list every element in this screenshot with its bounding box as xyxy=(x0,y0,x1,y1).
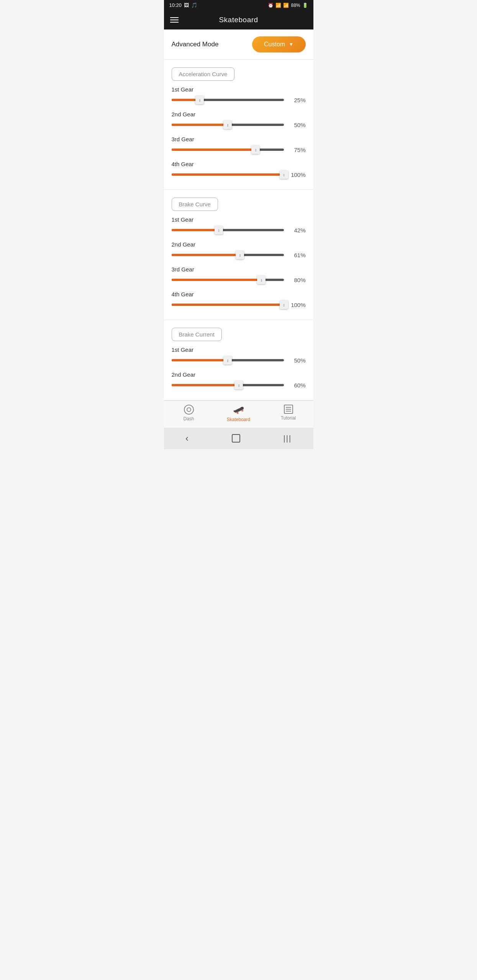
gear-row-acceleration-curve-1: 1st Gear25% xyxy=(172,86,306,104)
advanced-mode-label: Advanced Mode xyxy=(172,41,219,48)
slider-container-brake-curve-4 xyxy=(172,301,284,309)
nav-label-skateboard: Skateboard xyxy=(227,417,250,422)
signal-icon: 📶 xyxy=(283,3,289,8)
gear-label-brake-curve-2: 2nd Gear xyxy=(172,241,306,248)
section-brake-current: Brake Current1st Gear50%2nd Gear60% xyxy=(164,320,313,400)
slider-thumb-brake-curve-2[interactable] xyxy=(236,251,244,259)
back-button[interactable]: ‹ xyxy=(185,433,189,444)
slider-row-acceleration-curve-2: 50% xyxy=(172,121,306,129)
custom-dropdown-button[interactable]: Custom ▼ xyxy=(252,36,306,52)
wifi-icon: 📶 xyxy=(275,3,281,8)
slider-container-brake-curve-1 xyxy=(172,226,284,234)
bottom-nav: Dash🛹SkateboardTutorial xyxy=(164,400,313,428)
slider-value-acceleration-curve-2: 50% xyxy=(288,122,306,128)
slider-fill-brake-curve-4 xyxy=(172,304,284,306)
slider-fill-brake-curve-1 xyxy=(172,229,219,231)
slider-value-brake-curve-4: 100% xyxy=(288,302,306,308)
slider-fill-brake-curve-2 xyxy=(172,254,240,256)
slider-thumb-brake-curve-1[interactable] xyxy=(215,226,223,234)
slider-fill-brake-current-2 xyxy=(172,384,239,386)
skateboard-icon: 🛹 xyxy=(233,405,244,415)
slider-thumb-acceleration-curve-3[interactable] xyxy=(251,145,260,154)
gear-row-brake-curve-2: 2nd Gear61% xyxy=(172,241,306,259)
slider-thumb-brake-curve-4[interactable] xyxy=(280,301,288,309)
battery-icon: 🔋 xyxy=(302,3,308,8)
section-acceleration-curve: Acceleration Curve1st Gear25%2nd Gear50%… xyxy=(164,60,313,190)
gear-row-brake-curve-1: 1st Gear42% xyxy=(172,216,306,234)
gear-label-brake-curve-3: 3rd Gear xyxy=(172,266,306,273)
slider-thumb-acceleration-curve-2[interactable] xyxy=(223,121,232,129)
nav-item-skateboard[interactable]: 🛹Skateboard xyxy=(223,405,254,422)
alarm-icon: ⏰ xyxy=(268,3,274,8)
slider-row-acceleration-curve-1: 25% xyxy=(172,96,306,104)
slider-row-brake-curve-4: 100% xyxy=(172,301,306,309)
nav-label-tutorial: Tutorial xyxy=(281,415,296,421)
slider-container-acceleration-curve-1 xyxy=(172,96,284,104)
slider-value-acceleration-curve-4: 100% xyxy=(288,172,306,178)
system-nav: ‹ ||| xyxy=(164,428,313,449)
slider-value-brake-curve-1: 42% xyxy=(288,227,306,234)
status-time: 10:20 xyxy=(169,2,182,8)
slider-container-brake-curve-2 xyxy=(172,251,284,259)
slider-thumb-brake-curve-3[interactable] xyxy=(257,276,266,284)
top-nav: Skateboard xyxy=(164,10,313,29)
slider-value-brake-curve-3: 80% xyxy=(288,277,306,283)
gear-label-brake-curve-1: 1st Gear xyxy=(172,216,306,223)
dash-icon xyxy=(184,405,194,415)
gear-row-brake-current-1: 1st Gear50% xyxy=(172,346,306,364)
status-bar: 10:20 🖼 🎵 ⏰ 📶 📶 88% 🔋 xyxy=(164,0,313,10)
custom-dropdown-label: Custom xyxy=(264,41,285,48)
slider-thumb-acceleration-curve-1[interactable] xyxy=(195,96,204,104)
gear-label-brake-current-1: 1st Gear xyxy=(172,346,306,353)
slider-row-brake-curve-3: 80% xyxy=(172,276,306,284)
gear-row-acceleration-curve-3: 3rd Gear75% xyxy=(172,136,306,154)
slider-fill-acceleration-curve-4 xyxy=(172,173,284,176)
slider-fill-acceleration-curve-3 xyxy=(172,149,256,151)
slider-row-brake-current-2: 60% xyxy=(172,381,306,389)
slider-row-acceleration-curve-3: 75% xyxy=(172,145,306,154)
main-content: Acceleration Curve1st Gear25%2nd Gear50%… xyxy=(164,60,313,400)
gear-label-brake-current-2: 2nd Gear xyxy=(172,371,306,378)
gear-row-brake-curve-4: 4th Gear100% xyxy=(172,291,306,309)
status-right: ⏰ 📶 📶 88% 🔋 xyxy=(268,3,308,8)
slider-row-brake-curve-2: 61% xyxy=(172,251,306,259)
slider-thumb-acceleration-curve-4[interactable] xyxy=(280,170,288,179)
nav-item-dash[interactable]: Dash xyxy=(174,405,204,422)
slider-row-brake-current-1: 50% xyxy=(172,356,306,364)
section-label-acceleration-curve: Acceleration Curve xyxy=(172,67,235,81)
home-button[interactable] xyxy=(232,434,240,443)
slider-thumb-brake-current-2[interactable] xyxy=(234,381,243,389)
gear-row-acceleration-curve-2: 2nd Gear50% xyxy=(172,111,306,129)
section-label-brake-current: Brake Current xyxy=(172,328,222,341)
hamburger-menu[interactable] xyxy=(170,17,179,23)
slider-fill-acceleration-curve-2 xyxy=(172,124,228,126)
slider-container-brake-current-1 xyxy=(172,356,284,364)
gear-label-acceleration-curve-2: 2nd Gear xyxy=(172,111,306,118)
status-left: 10:20 🖼 🎵 xyxy=(169,2,198,8)
slider-row-acceleration-curve-4: 100% xyxy=(172,170,306,179)
battery-percent: 88% xyxy=(291,3,300,8)
slider-row-brake-curve-1: 42% xyxy=(172,226,306,234)
page-title: Skateboard xyxy=(186,16,291,24)
slider-fill-brake-curve-3 xyxy=(172,279,261,281)
slider-fill-brake-current-1 xyxy=(172,359,228,361)
slider-value-brake-curve-2: 61% xyxy=(288,252,306,258)
gear-row-brake-curve-3: 3rd Gear80% xyxy=(172,266,306,284)
music-icon: 🎵 xyxy=(191,2,197,8)
gear-row-acceleration-curve-4: 4th Gear100% xyxy=(172,161,306,179)
slider-container-acceleration-curve-4 xyxy=(172,170,284,179)
nav-label-dash: Dash xyxy=(183,416,194,421)
section-brake-curve: Brake Curve1st Gear42%2nd Gear61%3rd Gea… xyxy=(164,190,313,320)
slider-container-brake-current-2 xyxy=(172,381,284,389)
gear-label-acceleration-curve-4: 4th Gear xyxy=(172,161,306,167)
tutorial-icon xyxy=(284,405,293,414)
nav-item-tutorial[interactable]: Tutorial xyxy=(273,405,304,422)
section-label-brake-curve: Brake Curve xyxy=(172,198,218,211)
slider-thumb-brake-current-1[interactable] xyxy=(223,356,232,364)
slider-value-brake-current-1: 50% xyxy=(288,357,306,364)
slider-container-acceleration-curve-3 xyxy=(172,145,284,154)
chevron-down-icon: ▼ xyxy=(289,42,293,47)
advanced-mode-bar: Advanced Mode Custom ▼ xyxy=(164,29,313,60)
slider-value-acceleration-curve-1: 25% xyxy=(288,97,306,103)
recents-button[interactable]: ||| xyxy=(283,434,292,443)
